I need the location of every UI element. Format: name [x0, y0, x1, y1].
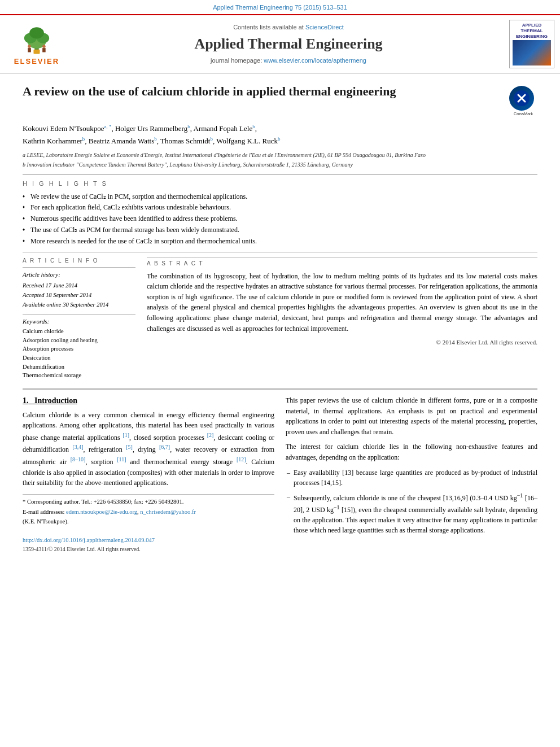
journal-homepage: journal homepage: www.elsevier.com/locat…	[73, 56, 504, 65]
elsevier-logo: ELSEVIER	[6, 21, 68, 67]
article-info-label: A R T I C L E I N F O	[23, 257, 135, 265]
author-7-sup: b	[278, 136, 281, 142]
features-list: Easy availability [13] because large qua…	[286, 468, 537, 535]
authors-section: Kokouvi Edem N'Tsoukpoea, *, Holger Urs …	[23, 123, 537, 147]
keyword-3: Absorption processes	[23, 345, 135, 353]
abstract-col: A B S T R A C T The combination of its h…	[147, 257, 537, 381]
crossmark-label: CrossMark	[509, 111, 537, 117]
body-left-col: 1. Introduction Calcium chloride is a ve…	[23, 395, 274, 553]
author-3-connector: , Armand Fopah Lele	[190, 124, 252, 133]
affil-b: b Innovation Incubator "Competence Tande…	[23, 160, 537, 169]
highlights-section: H I G H L I G H T S We review the use of…	[23, 180, 537, 246]
divider-2	[23, 252, 537, 252]
highlight-4: The use of CaCl₂ as PCM for thermal stor…	[23, 225, 537, 235]
keyword-5: Dehumidification	[23, 363, 135, 372]
svg-rect-8	[42, 48, 46, 52]
svg-rect-6	[28, 48, 31, 52]
history-label: Article history:	[23, 270, 135, 280]
footnote-email1[interactable]: edem.ntsoukpoe@2ie-edu.org	[66, 509, 137, 515]
crossmark-badge	[509, 86, 534, 111]
highlight-1: We review the use of CaCl₂ in PCM, sorpt…	[23, 192, 537, 202]
available-date: Available online 30 September 2014	[23, 300, 135, 310]
sciencedirect-link[interactable]: ScienceDirect	[305, 24, 344, 30]
author-7-connector: , Wolfgang K.L. Ruck	[213, 137, 278, 145]
keyword-4: Desiccation	[23, 354, 135, 362]
author-1-sup: a, *	[104, 124, 111, 129]
footnote-email-sep: ,	[137, 509, 139, 515]
abstract-text: The combination of its hygroscopy, heat …	[147, 271, 537, 334]
svg-point-7	[42, 45, 46, 49]
sciencedirect-line: Contents lists available at ScienceDirec…	[73, 23, 504, 32]
crossmark-icon	[513, 90, 530, 107]
article-info-col: A R T I C L E I N F O Article history: R…	[23, 257, 135, 381]
intro-para1: Calcium chloride is a very common chemic…	[23, 410, 274, 488]
intro-para-right1: This paper reviews the use of calcium ch…	[286, 395, 537, 437]
info-abstract-section: A R T I C L E I N F O Article history: R…	[23, 257, 537, 381]
abstract-copyright: © 2014 Elsevier Ltd. All rights reserved…	[147, 338, 537, 347]
divider-1	[23, 174, 537, 175]
author-4: Kathrin Korhammer	[23, 137, 82, 145]
intro-para-right2: The interest for calcium chloride lies i…	[286, 442, 537, 462]
journal-logo-title: APPLIEDTHERMALENGINEERING	[512, 23, 552, 39]
keywords-section: Keywords: Calcium chloride Adsorption co…	[23, 314, 135, 381]
footnote-corresponding: * Corresponding author. Tel.: +226 64538…	[23, 498, 274, 506]
journal-logo-box: APPLIEDTHERMALENGINEERING	[509, 20, 554, 68]
homepage-prefix: journal homepage:	[211, 57, 262, 64]
author-6-connector: , Thomas Schmidt	[157, 137, 211, 145]
accepted-date: Accepted 18 September 2014	[23, 291, 135, 300]
abstract-label: A B S T R A C T	[147, 257, 537, 268]
journal-ref-text: Applied Thermal Engineering 75 (2015) 51…	[213, 4, 347, 11]
sciencedirect-prefix: Contents lists available at	[233, 24, 304, 30]
body-right-col: This paper reviews the use of calcium ch…	[286, 395, 537, 553]
elsevier-text: ELSEVIER	[14, 56, 59, 67]
highlights-list: We review the use of CaCl₂ in PCM, sorpt…	[23, 192, 537, 246]
header-center: Contents lists available at ScienceDirec…	[68, 23, 509, 65]
affiliations-section: a LESEE, Laboratoire Energie Solaire et …	[23, 151, 537, 169]
footnote-email2[interactable]: n_chrisedem@yahoo.fr	[140, 509, 196, 515]
feature-1: Easy availability [13] because large qua…	[294, 468, 537, 488]
highlights-label: H I G H L I G H T S	[23, 180, 537, 188]
homepage-link[interactable]: www.elsevier.com/locate/apthermeng	[264, 57, 366, 64]
footnote-email-label: E-mail addresses:	[23, 509, 64, 515]
footnotes-section: * Corresponding author. Tel.: +226 64538…	[23, 494, 274, 553]
crossmark-section: CrossMark	[509, 86, 537, 117]
highlight-2: For each application field, CaCl₂ exhibi…	[23, 203, 537, 212]
author-1: Kokouvi Edem N'Tsoukpoe	[23, 124, 104, 133]
svg-point-5	[28, 45, 31, 49]
footnote-name: (K.E. N'Tsoukpoe).	[23, 518, 274, 526]
footnote-email: E-mail addresses: edem.ntsoukpoe@2ie-edu…	[23, 508, 274, 517]
journal-header: ELSEVIER Contents lists available at Sci…	[0, 14, 560, 73]
article-title-row: A review on the use of calcium chloride …	[23, 79, 537, 117]
keyword-2: Adsorption cooling and heating	[23, 337, 135, 345]
highlight-5: More research is needed for the use of C…	[23, 237, 537, 246]
intro-section-num: 1.	[23, 396, 29, 405]
feature-2: Subsequently, calcium chloride is one of…	[294, 491, 537, 535]
keyword-6: Thermochemical storage	[23, 372, 135, 380]
affil-a: a LESEE, Laboratoire Energie Solaire et …	[23, 151, 537, 159]
intro-section-title: 1. Introduction	[23, 395, 274, 407]
highlight-3: Numerous specific additives have been id…	[23, 214, 537, 224]
keywords-label: Keywords:	[23, 317, 135, 326]
article-history: Article history: Received 17 June 2014 A…	[23, 267, 135, 310]
body-section: 1. Introduction Calcium chloride is a ve…	[23, 395, 537, 553]
keyword-1: Calcium chloride	[23, 327, 135, 336]
journal-title: Applied Thermal Engineering	[73, 34, 504, 54]
elsevier-tree-icon	[14, 21, 59, 55]
intro-section-title-text: Introduction	[34, 396, 77, 405]
svg-rect-9	[33, 50, 40, 54]
footnote-issn: 1359-4311/© 2014 Elsevier Ltd. All right…	[23, 545, 274, 553]
author-2-connector: , Holger Urs Rammelberg	[111, 124, 187, 133]
article-title: A review on the use of calcium chloride …	[23, 84, 504, 100]
author-5-connector: , Beatriz Amanda Watts	[85, 137, 154, 145]
received-date: Received 17 June 2014	[23, 281, 135, 291]
svg-point-4	[29, 27, 44, 38]
main-content: A review on the use of calcium chloride …	[0, 73, 560, 559]
main-divider	[23, 388, 537, 390]
journal-logo-image	[513, 40, 551, 65]
footnote-doi[interactable]: http://dx.doi.org/10.1016/j.applthermale…	[23, 536, 274, 545]
journal-reference: Applied Thermal Engineering 75 (2015) 51…	[0, 0, 560, 14]
